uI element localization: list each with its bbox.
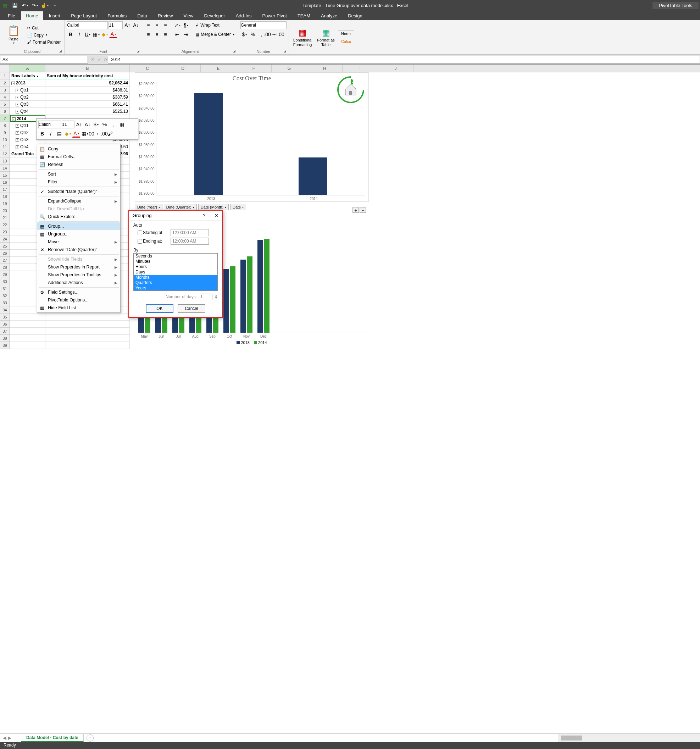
col-header-c[interactable]: C <box>130 64 165 72</box>
pivotchart-field-button[interactable]: Date (Month) ▾ <box>198 204 229 210</box>
tab-data[interactable]: Data <box>132 11 152 20</box>
mini-font-name[interactable] <box>38 121 61 128</box>
collapse-icon[interactable]: － <box>359 207 366 213</box>
outline-toggle-icon[interactable]: - <box>12 118 15 121</box>
help-icon[interactable]: ? <box>203 213 205 218</box>
context-menu-item[interactable]: ▦ Group... <box>37 222 120 230</box>
grouping-option[interactable]: Seconds <box>134 254 217 259</box>
context-menu-item[interactable]: Move ▶ <box>37 238 120 246</box>
align-center-icon[interactable]: ≡ <box>153 31 160 38</box>
pivot-row-label[interactable]: +Qtr3 <box>10 101 45 108</box>
num-days-input[interactable]: 1 <box>199 293 212 300</box>
font-size-select[interactable] <box>109 21 123 29</box>
cancel-formula-icon[interactable]: ✕ <box>91 57 95 62</box>
conditional-formatting-button[interactable]: ▦ Conditional Formatting <box>291 27 314 48</box>
align-bottom-icon[interactable]: ≡ <box>161 21 169 29</box>
font-launcher-icon[interactable]: ◢ <box>137 49 141 54</box>
increase-font-icon[interactable]: A↑ <box>124 21 131 29</box>
filter-dropdown-icon[interactable]: ▾ <box>37 75 38 78</box>
empty-cell[interactable] <box>45 335 130 342</box>
empty-cell[interactable] <box>45 342 130 349</box>
outline-toggle-icon[interactable]: + <box>15 89 19 92</box>
grouping-option[interactable]: Quarters <box>134 280 217 286</box>
context-menu-item[interactable]: Show Properties in Report ▶ <box>37 263 120 271</box>
cancel-button[interactable]: Cancel <box>178 304 205 313</box>
context-menu-item[interactable]: ▦ Hide Field List <box>37 304 120 312</box>
mini-dec-decimal-icon[interactable]: ←.00 <box>98 130 105 138</box>
pivot-row-label[interactable]: -2013 <box>10 79 45 87</box>
paste-button[interactable]: 📋 Paste ▾ <box>2 24 25 45</box>
chart-bar[interactable] <box>299 157 327 195</box>
starting-at-input[interactable] <box>171 229 209 236</box>
grouping-option[interactable]: Minutes <box>134 259 217 264</box>
decrease-decimal-icon[interactable]: ←.00 <box>275 31 282 38</box>
format-as-table-button[interactable]: ▦ Format as Table <box>315 27 337 48</box>
expand-icon[interactable]: ＋ <box>353 207 359 213</box>
empty-cell[interactable] <box>10 335 45 342</box>
outline-toggle-icon[interactable]: + <box>15 131 19 135</box>
outline-toggle-icon[interactable]: + <box>15 145 19 149</box>
fx-icon[interactable]: fx <box>104 57 108 62</box>
context-menu-item[interactable]: Sort ▶ <box>37 170 120 178</box>
cut-button[interactable]: ✂Cut <box>26 25 62 31</box>
mini-accounting-icon[interactable]: $▾ <box>92 121 100 128</box>
tab-view[interactable]: View <box>178 11 198 20</box>
empty-cell[interactable] <box>45 328 130 335</box>
col-header-a[interactable]: A <box>10 64 45 72</box>
ok-button[interactable]: OK <box>146 304 173 313</box>
col-header-g[interactable]: G <box>272 64 307 72</box>
context-menu-item[interactable]: 🔄 Refresh <box>37 160 120 168</box>
align-top-icon[interactable]: ≡ <box>144 21 152 29</box>
borders-button[interactable]: ▦▾ <box>92 31 100 38</box>
italic-button[interactable]: I <box>75 31 83 38</box>
pivotchart-field-button[interactable]: Date ▾ <box>230 204 246 210</box>
mini-percent-icon[interactable]: % <box>101 121 109 128</box>
context-menu-item[interactable]: Filter ▶ <box>37 178 120 186</box>
grouping-option[interactable]: Hours <box>134 264 217 269</box>
outline-toggle-icon[interactable]: + <box>15 110 19 113</box>
context-menu-item[interactable]: 📋 Copy <box>37 145 120 153</box>
tab-addins[interactable]: Add-Ins <box>231 11 257 20</box>
formula-input[interactable] <box>108 56 700 63</box>
tab-page-layout[interactable]: Page Layout <box>66 11 102 20</box>
spinner-icon[interactable]: ▲▼ <box>214 294 218 299</box>
outline-toggle-icon[interactable]: - <box>11 81 15 85</box>
chart-bar-2014[interactable] <box>247 257 252 333</box>
tab-formulas[interactable]: Formulas <box>102 11 131 20</box>
chart-bar-2013[interactable] <box>257 240 263 333</box>
decrease-indent-icon[interactable]: ⇤ <box>173 31 181 38</box>
rtl-icon[interactable]: ¶▾ <box>182 21 190 29</box>
cell-style-normal[interactable]: Norm <box>338 30 354 37</box>
mini-fill-icon[interactable]: ◆▾ <box>64 130 72 138</box>
orientation-icon[interactable]: ⤢▾ <box>173 21 181 29</box>
mini-italic-icon[interactable]: I <box>47 130 55 138</box>
percent-format-icon[interactable]: % <box>249 31 257 38</box>
mini-font-size[interactable] <box>62 121 75 128</box>
tab-home[interactable]: Home <box>21 11 43 20</box>
pivot-row-labels-header[interactable]: Row Labels ▾ <box>10 72 45 79</box>
context-menu-item[interactable]: 🔍 Quick Explore <box>37 213 120 220</box>
chart-bar-2013[interactable] <box>223 269 229 333</box>
mini-increase-font-icon[interactable]: A↑ <box>75 121 83 128</box>
copy-button[interactable]: 📄Copy▾ <box>26 32 62 38</box>
increase-indent-icon[interactable]: ⇥ <box>182 31 190 38</box>
touch-mode-icon[interactable]: ☝▾ <box>41 2 48 9</box>
col-header-b[interactable]: B <box>45 64 130 72</box>
clipboard-launcher-icon[interactable]: ◢ <box>59 49 63 54</box>
wrap-text-button[interactable]: ↲Wrap Text <box>194 22 221 28</box>
mini-font-color-icon[interactable]: A▾ <box>72 130 80 138</box>
context-menu-item[interactable]: Show Properties in Tooltips ▶ <box>37 271 120 279</box>
mini-underline-icon[interactable]: ▤ <box>55 130 63 138</box>
col-header-h[interactable]: H <box>307 64 342 72</box>
pivot-row-value[interactable]: $2,062.44 <box>45 79 130 87</box>
context-menu-item[interactable]: PivotTable Options... <box>37 296 120 304</box>
tab-review[interactable]: Review <box>153 11 178 20</box>
tab-file[interactable]: File <box>3 11 20 20</box>
accounting-format-icon[interactable]: $▾ <box>240 31 248 38</box>
chart-bar[interactable] <box>194 93 223 195</box>
mini-bold-icon[interactable]: B <box>38 130 46 138</box>
chart-bar-2013[interactable] <box>240 260 246 333</box>
tab-power-pivot[interactable]: Power Pivot <box>257 11 292 20</box>
mini-comma-icon[interactable]: , <box>109 121 117 128</box>
close-icon[interactable]: ✕ <box>214 213 219 218</box>
